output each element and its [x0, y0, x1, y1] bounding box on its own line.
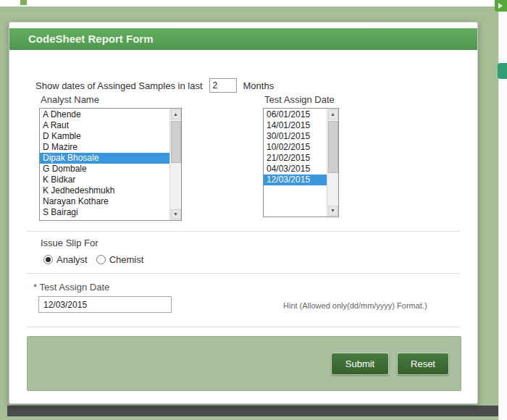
list-item[interactable]: D Mazire — [40, 142, 169, 153]
bottom-band — [7, 406, 499, 416]
list-item[interactable]: A Dhende — [40, 109, 169, 120]
modal-title: CodeSheet Report Form — [9, 28, 477, 50]
list-item[interactable]: 21/02/2015 — [264, 153, 327, 164]
list-item[interactable]: 12/03/2015 — [264, 175, 327, 185]
scroll-down-icon[interactable]: ▼ — [171, 209, 181, 219]
scroll-thumb[interactable] — [328, 121, 338, 173]
list-item[interactable]: K Jedhedeshmukh — [40, 185, 169, 196]
list-item[interactable]: 14/01/2015 — [264, 120, 327, 131]
list-item[interactable]: 04/03/2015 — [264, 164, 327, 175]
months-suffix-label: Months — [243, 80, 275, 91]
list-item[interactable]: 06/01/2015 — [264, 109, 327, 120]
analyst-radio[interactable] — [43, 255, 53, 264]
reset-button[interactable]: Reset — [397, 353, 449, 375]
list-item[interactable]: 30/01/2015 — [264, 131, 327, 142]
issue-slip-radio-group: Analyst Chemist — [43, 254, 143, 265]
list-item[interactable]: K Bidkar — [40, 175, 169, 185]
scroll-thumb[interactable] — [171, 121, 181, 163]
analyst-listbox[interactable]: A DhendeA RautD KambleD MazireDipak Bhos… — [39, 108, 182, 221]
radio-dot — [46, 257, 51, 262]
report-form-modal: CodeSheet Report Form Show dates of Assi… — [9, 22, 478, 404]
analyst-name-label: Analyst Name — [41, 94, 99, 105]
list-item[interactable]: Dipak Bhosale — [40, 153, 169, 164]
date-listbox[interactable]: 06/01/201514/01/201530/01/201510/02/2015… — [263, 108, 339, 217]
list-item[interactable]: S Bairagi — [40, 207, 169, 218]
side-tab-icon[interactable] — [498, 63, 507, 79]
submit-button[interactable]: Submit — [331, 353, 389, 375]
show-dates-label: Show dates of Assinged Samples in last — [35, 80, 203, 91]
format-hint: Hint (Allowed only(dd/mm/yyyy) Format.) — [283, 301, 427, 310]
green-arrow-icon[interactable] — [495, 0, 507, 12]
chemist-radio-label[interactable]: Chemist — [109, 254, 144, 265]
top-strip — [0, 0, 507, 7]
analyst-scrollbar[interactable]: ▲ ▼ — [169, 109, 181, 220]
divider — [27, 273, 460, 274]
list-item[interactable]: Narayan Kothare — [40, 196, 169, 207]
chemist-radio[interactable] — [96, 255, 106, 264]
divider — [27, 231, 460, 232]
analyst-radio-label[interactable]: Analyst — [56, 254, 88, 265]
months-input[interactable] — [209, 78, 237, 93]
analyst-list: A DhendeA RautD KambleD MazireDipak Bhos… — [40, 109, 169, 220]
list-item[interactable]: D Kamble — [40, 131, 169, 142]
modal-header: CodeSheet Report Form — [9, 28, 477, 50]
date-scrollbar[interactable]: ▲ ▼ — [327, 109, 338, 217]
months-row: Show dates of Assinged Samples in last M… — [35, 78, 274, 93]
scroll-down-icon[interactable]: ▼ — [328, 206, 338, 216]
scroll-up-icon[interactable]: ▲ — [171, 109, 181, 119]
top-left-mark — [20, 0, 27, 5]
list-item[interactable]: A Raut — [40, 120, 169, 131]
list-item[interactable]: G Dombale — [40, 164, 169, 175]
divider — [27, 327, 460, 327]
date-list: 06/01/201514/01/201530/01/201510/02/2015… — [264, 109, 327, 217]
scroll-up-icon[interactable]: ▲ — [328, 109, 338, 119]
page: CodeSheet Report Form Show dates of Assi… — [0, 0, 507, 420]
test-assign-date-column-label: Test Assign Date — [264, 94, 335, 105]
list-item[interactable]: 10/02/2015 — [264, 142, 327, 153]
issue-slip-label: Issue Slip For — [41, 238, 98, 248]
test-assign-date-field-label: * Test Assign Date — [33, 282, 109, 293]
footer-bar: Submit Reset — [27, 336, 461, 391]
test-assign-date-input[interactable] — [38, 296, 172, 313]
